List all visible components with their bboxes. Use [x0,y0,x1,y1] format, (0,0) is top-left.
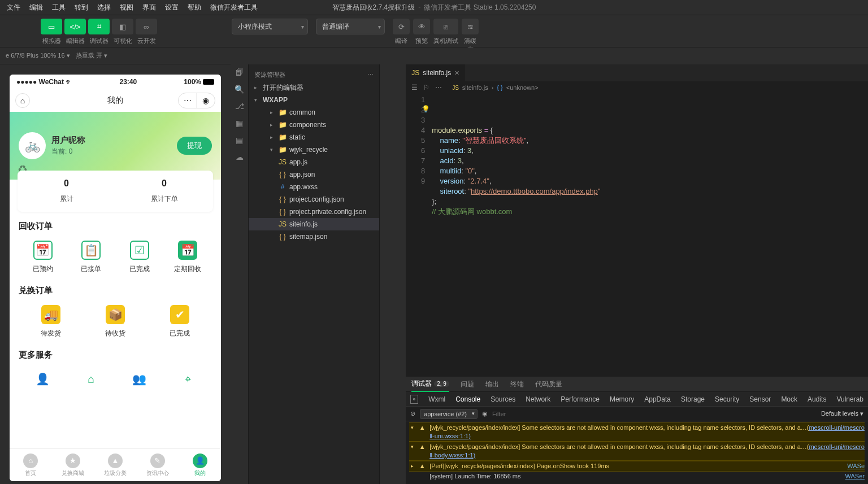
ext-icon[interactable]: ▦ [236,119,243,128]
grid-cell[interactable]: 👤 [19,369,67,393]
db-icon[interactable]: ▤ [236,136,243,145]
devtool-tab-AppData[interactable]: AppData [644,395,671,403]
compile-button[interactable]: ⟳ [393,19,410,34]
device-selector[interactable]: e 6/7/8 Plus 100% 16 ▾ [6,52,70,59]
grid-cell[interactable]: 📦待收货 [83,305,147,338]
capsule-close-icon[interactable]: ◉ [197,93,215,108]
tab-首页[interactable]: ⌂首页 [10,449,52,481]
tree-sitemap.json[interactable]: { }sitemap.json [249,230,379,243]
devtool-tab-Audits[interactable]: Audits [808,395,826,403]
lightbulb-icon[interactable]: 💡 [422,104,430,114]
robot-icon[interactable]: ☁ [236,152,244,162]
grid-cell[interactable]: ✔已完成 [147,305,212,338]
devtool-tab-Console[interactable]: Console [455,395,480,403]
debugger-toggle[interactable]: ⌗ [88,19,110,34]
menu-视图[interactable]: 视图 [115,0,138,15]
console-log[interactable]: [system] Launch Time: 16856 msWASer [409,472,865,481]
debug-tab-代码质量[interactable]: 代码质量 [535,377,562,392]
tree-project.config.json[interactable]: { }project.config.json [249,193,379,206]
visual-toggle[interactable]: ◧ [112,19,133,34]
grid-cell[interactable]: ⌂ [67,369,116,393]
menu-微信开发者工具[interactable]: 微信开发者工具 [206,0,262,15]
tab-兑换商城[interactable]: ★兑换商城 [52,449,94,481]
editor-toggle[interactable]: </> [64,19,86,34]
devtool-tab-Security[interactable]: Security [715,395,739,403]
menu-帮助[interactable]: 帮助 [183,0,206,15]
menu-编辑[interactable]: 编辑 [25,0,47,15]
tree-app.js[interactable]: JSapp.js [249,156,379,168]
list-icon[interactable]: ☰ [411,84,418,91]
devtool-tab-Performance[interactable]: Performance [561,395,600,403]
debug-tab-终端[interactable]: 终端 [510,377,524,392]
tree-siteinfo.js[interactable]: JSsiteinfo.js [249,218,379,230]
search-icon[interactable]: 🔍 [235,85,244,94]
compile-dropdown[interactable]: 普通编译 [316,19,385,34]
context-selector[interactable]: appservice (#2) [420,409,478,419]
tree-components[interactable]: ▸📁components [249,119,379,131]
home-icon[interactable]: ⌂ [15,93,30,108]
capsule-button[interactable]: ⋯◉ [178,93,215,108]
console-log[interactable]: ▸▲[Perf][wjyk_recycle/pages/index/index]… [409,461,865,472]
inspect-icon[interactable]: ⌖ [410,395,418,404]
code-editor[interactable]: 123456789 💡 module.exports = { name: "智慧… [406,94,868,377]
stat-item[interactable]: 0累计下单 [115,178,213,204]
remote-debug-button[interactable]: ⎚ [433,19,458,34]
tab-垃圾分类[interactable]: ▲垃圾分类 [94,449,137,481]
tree-app.wxss[interactable]: #app.wxss [249,181,379,193]
files-icon[interactable]: 🗐 [236,68,244,77]
project-root[interactable]: ▾WXAPP [249,94,379,106]
devtool-tab-Sensor[interactable]: Sensor [749,395,771,403]
open-editors-section[interactable]: ▸打开的编辑器 [249,81,379,94]
debug-tab-问题[interactable]: 问题 [461,377,474,392]
devtool-tab-Network[interactable]: Network [526,395,550,403]
debug-tab-调试器[interactable]: 调试器2, 9 [411,377,449,392]
tree-static[interactable]: ▸📁static [249,131,379,143]
levels-dropdown[interactable]: Default levels ▾ [821,410,863,417]
stat-item[interactable]: 0累计 [18,178,115,204]
grid-cell[interactable]: 👥 [115,369,164,393]
devtool-tab-Vulnerab[interactable]: Vulnerab [836,395,863,403]
devtool-tab-Mock[interactable]: Mock [781,395,797,403]
devtool-tab-Memory[interactable]: Memory [610,395,634,403]
eye-icon[interactable]: ◉ [482,410,488,417]
git-icon[interactable]: ⎇ [235,102,244,111]
devtool-tab-Wxml[interactable]: Wxml [428,395,445,403]
simulator-toggle[interactable]: ▭ [41,19,62,34]
menu-设置[interactable]: 设置 [160,0,183,15]
mode-dropdown[interactable]: 小程序模式 [232,19,308,34]
devtool-tab-Sources[interactable]: Sources [491,395,515,403]
tree-project.private.config.json[interactable]: { }project.private.config.json [249,206,379,218]
preview-button[interactable]: 👁 [413,19,430,34]
grid-cell[interactable]: ⌖ [164,369,212,393]
tree-wjyk_recycle[interactable]: ▾📁wjyk_recycle [249,143,379,156]
grid-cell[interactable]: 📅定期回收 [164,241,212,274]
tree-common[interactable]: ▸📁common [249,106,379,119]
grid-cell[interactable]: 📋已接单 [67,241,116,274]
clear-console-icon[interactable]: ⊘ [410,410,415,417]
menu-界面[interactable]: 界面 [138,0,160,15]
menu-选择[interactable]: 选择 [93,0,115,15]
tree-app.json[interactable]: { }app.json [249,168,379,181]
close-tab-icon[interactable]: ✕ [454,69,459,77]
filter-input[interactable] [492,411,817,417]
console-output[interactable]: ▾▲[wjyk_recycle/pages/index/index] Some … [406,421,868,484]
tab-我的[interactable]: 👤我的 [179,449,221,481]
menu-文件[interactable]: 文件 [2,0,25,15]
tab-siteinfo[interactable]: JS siteinfo.js ✕ [406,64,465,81]
explorer-more-icon[interactable]: ⋯ [367,71,374,79]
grid-cell[interactable]: 🚚待发货 [19,305,83,338]
capsule-menu-icon[interactable]: ⋯ [179,93,197,108]
menu-工具[interactable]: 工具 [47,0,70,15]
console-log[interactable]: ▾▲[wjyk_recycle/pages/index/index] Some … [409,422,865,442]
bookmark-icon[interactable]: ⚐ [423,84,429,91]
clear-cache-button[interactable]: ≋ [462,19,479,34]
console-log[interactable]: ▾▲[wjyk_recycle/pages/index/index] Some … [409,442,865,461]
debug-tab-输出[interactable]: 输出 [485,377,499,392]
cloud-toggle[interactable]: ∞ [136,19,157,34]
avatar[interactable]: 🚲 [19,132,46,159]
grid-cell[interactable]: 📅已预约 [19,241,67,274]
menu-转到[interactable]: 转到 [70,0,93,15]
hot-reload-toggle[interactable]: 热重载 开 ▾ [76,51,107,60]
grid-cell[interactable]: ☑已完成 [115,241,164,274]
tab-资讯中心[interactable]: ✎资讯中心 [136,449,179,481]
